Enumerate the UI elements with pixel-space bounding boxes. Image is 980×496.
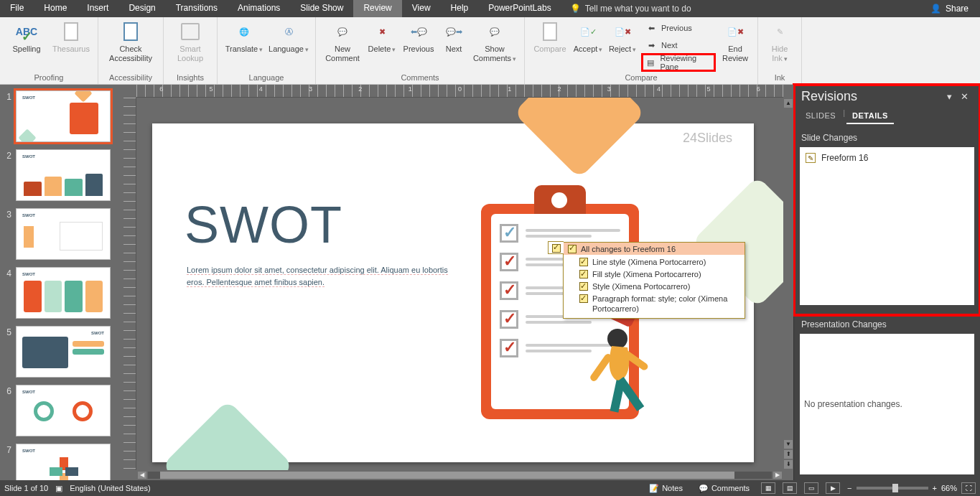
zoom-slider[interactable] <box>857 487 928 490</box>
menu-view[interactable]: View <box>402 0 441 17</box>
revisions-tab-slides[interactable]: SLIDES <box>800 108 841 124</box>
menu-help[interactable]: Help <box>441 0 479 17</box>
hide-ink-icon: ✎ <box>768 22 791 42</box>
smart-lookup-button[interactable]: Smart Lookup <box>168 19 213 65</box>
comments-button[interactable]: 💬 Comments <box>694 484 754 493</box>
brand-label: 24Slides <box>683 131 732 146</box>
normal-view-button[interactable]: ▦ <box>761 482 775 494</box>
slide-change-item[interactable]: ✎ Freeform 16 <box>804 151 970 164</box>
change-item[interactable]: Fill style (Ximena Portocarrero) <box>578 268 742 281</box>
end-review-button[interactable]: 📄✖ End Review <box>717 19 753 65</box>
change-checkbox[interactable] <box>579 282 588 291</box>
thumbnail-7[interactable]: SWOT <box>16 444 111 480</box>
translate-button[interactable]: 🌐 Translate <box>222 19 266 57</box>
status-bar: Slide 1 of 10 ▣ English (United States) … <box>0 480 980 496</box>
slide[interactable]: 24Slides SWOT Lorem ipsum dolor sit amet… <box>152 123 754 462</box>
thumbnail-5[interactable]: SWOT <box>16 326 111 378</box>
status-language[interactable]: English (United States) <box>70 484 151 492</box>
change-item[interactable]: Style (Ximena Portocarrero) <box>578 281 742 293</box>
change-item[interactable]: Paragraph format: style; color (Ximena P… <box>578 293 742 316</box>
presentation-changes-label: Presentation Changes <box>794 315 980 334</box>
zoom-in-button[interactable]: + <box>933 484 937 492</box>
slideshow-view-button[interactable]: ▶ <box>826 482 840 494</box>
next-comment-button[interactable]: 💬➡ Next <box>438 19 470 57</box>
end-review-icon: 📄✖ <box>724 22 747 42</box>
notes-button[interactable]: 📝 Notes <box>645 484 687 493</box>
change-marker-icon[interactable] <box>548 241 564 254</box>
delete-comment-button[interactable]: ✖ Delete <box>365 19 399 57</box>
revisions-close-button[interactable]: ✕ <box>956 90 973 103</box>
thumbnail-2[interactable]: SWOT <box>16 149 111 201</box>
thumbnail-6[interactable]: SWOT <box>16 385 111 436</box>
share-icon: 👤 <box>930 4 941 14</box>
compare-next-button[interactable]: ➡ Next <box>643 37 714 53</box>
zoom-control[interactable]: − + 66% ⛶ <box>847 482 976 494</box>
slide-title[interactable]: SWOT <box>185 195 342 254</box>
menu-insert[interactable]: Insert <box>77 0 118 17</box>
next-slide-icon[interactable]: ⬇ <box>784 460 793 469</box>
compare-previous-button[interactable]: ⬅ Previous <box>643 20 714 36</box>
thumbnail-4[interactable]: SWOT <box>16 267 111 319</box>
change-header-checkbox[interactable] <box>568 245 577 253</box>
scroll-up-icon[interactable]: ▲ <box>784 99 793 108</box>
new-comment-button[interactable]: 💬 New Comment <box>320 19 365 65</box>
menu-design[interactable]: Design <box>118 0 165 17</box>
status-slide-indicator[interactable]: Slide 1 of 10 <box>4 484 48 492</box>
sorter-view-button[interactable]: ▤ <box>783 482 797 494</box>
menu-slide-show[interactable]: Slide Show <box>290 0 353 17</box>
vertical-scrollbar[interactable]: ▲ ▼ ⬆ ⬇ <box>783 98 793 470</box>
change-item[interactable]: Line style (Ximena Portocarrero) <box>578 256 742 268</box>
share-button[interactable]: 👤 Share <box>919 0 980 17</box>
menu-powerpointlabs[interactable]: PowerPointLabs <box>478 0 561 17</box>
zoom-out-button[interactable]: − <box>847 484 851 492</box>
menu-bar: File Home Insert Design Transitions Anim… <box>0 0 980 17</box>
revisions-pane: Revisions ▾ ✕ SLIDES | DETAILS Slide Cha… <box>793 85 980 480</box>
slide-canvas[interactable]: 24Slides SWOT Lorem ipsum dolor sit amet… <box>136 98 783 470</box>
show-comments-button[interactable]: 💬 Show Comments <box>470 19 520 65</box>
spelling-icon: ABC✓ <box>15 22 38 42</box>
thumb-number: 5 <box>3 326 11 378</box>
previous-comment-button[interactable]: ⬅💬 Previous <box>399 19 438 57</box>
compare-button[interactable]: Compare <box>529 19 571 57</box>
hide-ink-button[interactable]: ✎ Hide Ink <box>762 19 797 65</box>
reject-button[interactable]: 📄✖ Reject <box>605 19 640 57</box>
presentation-changes-box: No presentation changes. <box>800 334 974 474</box>
fit-to-window-button[interactable]: ⛶ <box>961 482 976 494</box>
thumbnail-1[interactable]: SWOT <box>16 90 111 142</box>
reviewing-pane-button[interactable]: ▤ Reviewing Pane <box>643 55 714 70</box>
menu-review[interactable]: Review <box>353 0 401 17</box>
reading-view-button[interactable]: ▭ <box>804 482 818 494</box>
spellcheck-status-icon[interactable]: ▣ <box>55 484 62 493</box>
zoom-level[interactable]: 66% <box>941 484 957 492</box>
change-checkbox[interactable] <box>579 294 588 303</box>
language-button[interactable]: Ⓐ Language <box>266 19 311 57</box>
group-compare: Compare 📄✓ Accept 📄✖ Reject ⬅ Previous ➡… <box>525 17 758 84</box>
check-accessibility-button[interactable]: Check Accessibility <box>103 19 159 65</box>
tell-me[interactable]: 💡 Tell me what you want to do <box>561 0 700 17</box>
thumb-number: 3 <box>3 208 11 260</box>
slide-thumbnails[interactable]: 1 SWOT 2 SWOT 3 SWOT <box>0 85 123 480</box>
revisions-menu-button[interactable]: ▾ <box>943 90 956 103</box>
change-checkbox[interactable] <box>579 270 588 279</box>
menu-file[interactable]: File <box>0 0 34 17</box>
thumbnail-3[interactable]: SWOT <box>16 208 111 260</box>
prev-slide-icon[interactable]: ⬆ <box>784 450 793 459</box>
change-popup[interactable]: All changes to Freeform 16 Line style (X… <box>563 242 745 319</box>
menu-animations[interactable]: Animations <box>228 0 290 17</box>
menu-transitions[interactable]: Transitions <box>166 0 228 17</box>
thesaurus-button[interactable]: Thesaurus <box>49 19 93 57</box>
change-popup-header[interactable]: All changes to Freeform 16 <box>564 243 745 255</box>
change-checkbox[interactable] <box>579 258 588 266</box>
slide-changes-box[interactable]: ✎ Freeform 16 <box>800 147 974 305</box>
slide-body-text[interactable]: Lorem ipsum dolor sit amet, consectetur … <box>187 264 459 288</box>
horizontal-scrollbar[interactable]: ◀ ▶ <box>136 470 783 480</box>
revisions-title: Revisions <box>801 89 857 104</box>
revisions-tab-details[interactable]: DETAILS <box>846 108 894 124</box>
hscroll-thumb[interactable] <box>160 472 734 479</box>
accept-button[interactable]: 📄✓ Accept <box>571 19 605 57</box>
group-accessibility: Check Accessibility Accessibility <box>98 17 164 84</box>
spelling-button[interactable]: ABC✓ Spelling <box>4 19 49 57</box>
scroll-down-icon[interactable]: ▼ <box>784 440 793 449</box>
horizontal-ruler: 654 321 012 345 6 <box>136 85 783 98</box>
menu-home[interactable]: Home <box>34 0 77 17</box>
